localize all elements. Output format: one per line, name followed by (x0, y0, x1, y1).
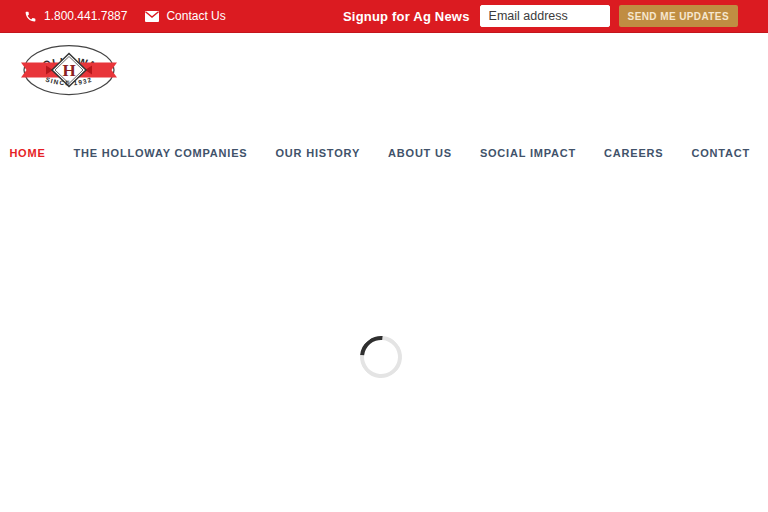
envelope-icon (145, 11, 159, 22)
nav-item-our-history[interactable]: OUR HISTORY (275, 147, 360, 159)
topbar-contact-group: 1.800.441.7887 Contact Us (24, 9, 226, 23)
logo[interactable]: HOLLOWAY H SINCE 1932 (20, 43, 118, 97)
nav-item-careers[interactable]: CAREERS (604, 147, 663, 159)
logo-monogram: H (62, 61, 75, 80)
topbar: 1.800.441.7887 Contact Us Signup for Ag … (0, 0, 768, 33)
contact-us-label: Contact Us (166, 9, 225, 23)
phone-icon (24, 10, 37, 23)
signup-label: Signup for Ag News (343, 9, 470, 24)
phone-number: 1.800.441.7887 (44, 9, 127, 23)
send-updates-button[interactable]: SEND ME UPDATES (619, 5, 738, 27)
loading-spinner (351, 327, 410, 386)
nav-item-home[interactable]: HOME (9, 147, 45, 159)
nav-item-social-impact[interactable]: SOCIAL IMPACT (480, 147, 576, 159)
contact-us-link[interactable]: Contact Us (145, 9, 225, 23)
nav-item-the-holloway-companies[interactable]: THE HOLLOWAY COMPANIES (74, 147, 248, 159)
main-nav: HOME THE HOLLOWAY COMPANIES OUR HISTORY … (9, 147, 750, 159)
phone-link[interactable]: 1.800.441.7887 (24, 9, 127, 23)
email-input[interactable] (480, 5, 610, 27)
page: 1.800.441.7887 Contact Us Signup for Ag … (0, 0, 768, 512)
nav-item-contact[interactable]: CONTACT (691, 147, 750, 159)
nav-item-about-us[interactable]: ABOUT US (388, 147, 452, 159)
newsletter-signup: Signup for Ag News SEND ME UPDATES (343, 5, 738, 27)
